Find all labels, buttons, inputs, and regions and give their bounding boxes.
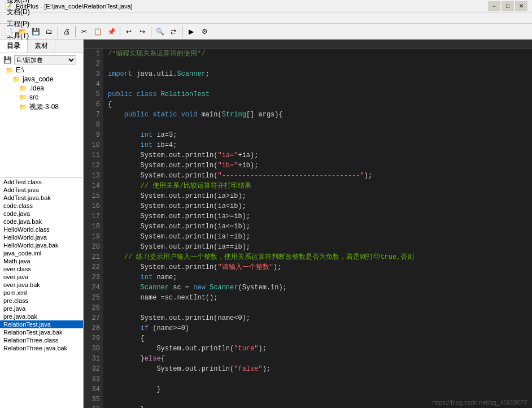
code-line: System.out.println(ia==ib); (108, 242, 527, 252)
file-item[interactable]: HelloWorld.java (0, 233, 83, 241)
line-number: 35 (87, 394, 100, 405)
sep1 (58, 26, 58, 37)
code-line: Scanner sc = new Scanner(System.in); (108, 283, 527, 293)
tree-java-code[interactable]: 📁 java_code (1, 75, 82, 84)
line-number: 2 (87, 59, 100, 69)
file-list: AddTest.classAddTest.javaAddTest.java.ba… (0, 177, 83, 408)
code-area: ----+----1----+----2----+----3----+----4… (84, 40, 532, 408)
tab-directory[interactable]: 目录 (0, 40, 28, 53)
file-item[interactable]: AddTest.java (0, 186, 83, 194)
file-item[interactable]: pre.class (0, 297, 83, 305)
code-content[interactable]: /*编程实现关系运算符的使用*/ import java.util.Scanne… (103, 49, 532, 408)
code-line: int ia=3; (108, 130, 527, 140)
code-line: public class RelationTest (108, 89, 527, 99)
file-item[interactable]: pre.java (0, 305, 83, 312)
open-button[interactable]: 📂 (16, 25, 28, 38)
menu-item-s[interactable]: 搜索(S) (2, 0, 41, 6)
code-line (108, 59, 527, 69)
line-number: 22 (87, 262, 100, 272)
tree-src[interactable]: 📁 src (1, 93, 82, 102)
undo-button[interactable]: ↩ (123, 25, 135, 38)
line-number: 28 (87, 323, 100, 333)
code-line: System.out.println("--------------------… (108, 171, 527, 181)
code-line: import java.util.Scanner; (108, 69, 527, 79)
panel-tabs: 目录 素材 (0, 40, 83, 53)
file-item[interactable]: java_code.iml (0, 249, 83, 257)
ruler: ----+----1----+----2----+----3----+----4… (84, 40, 532, 49)
code-line (108, 79, 527, 89)
line-number: 34 (87, 384, 100, 394)
file-item[interactable]: over.class (0, 265, 83, 273)
file-item[interactable]: Math.java (0, 257, 83, 265)
tree-label: 视频-3-08 (29, 102, 59, 112)
code-line: /*编程实现关系运算符的使用*/ (108, 49, 527, 59)
file-item[interactable]: code.class (0, 202, 83, 210)
file-item[interactable]: AddTest.java.bak (0, 194, 83, 202)
cut-button[interactable]: ✂ (78, 25, 90, 38)
maximize-button[interactable]: □ (502, 1, 514, 11)
code-line (108, 374, 527, 384)
tree-label: E:\ (16, 66, 24, 74)
code-line: System.out.println("ib="+ib); (108, 160, 527, 171)
save-all-button[interactable]: 🗂 (43, 25, 55, 38)
file-item[interactable]: RelationTest.java (0, 320, 83, 328)
tree-label: .idea (29, 84, 44, 92)
window-controls: － □ ✕ (488, 1, 527, 11)
file-item[interactable]: pre.java.bak (0, 312, 83, 320)
replace-button[interactable]: ⇄ (167, 25, 180, 38)
file-item[interactable]: RelationTest.java.bak (0, 328, 83, 336)
code-line: System.out.println(ia>ib); (108, 191, 527, 201)
line-number: 26 (87, 303, 100, 313)
minimize-button[interactable]: － (488, 1, 500, 11)
code-line: System.out.println(ia!=ib); (108, 232, 527, 242)
copy-button[interactable]: 📋 (91, 25, 104, 38)
tree-e-drive[interactable]: 📁 E:\ (1, 66, 82, 75)
drive-select[interactable]: E:\新加卷 (14, 55, 76, 64)
left-panel: 目录 素材 💾 E:\新加卷 📁 E:\ 📁 java_code 📁 .idea (0, 40, 84, 408)
close-button[interactable]: ✕ (515, 1, 527, 11)
file-item[interactable]: pom.xml (0, 289, 83, 297)
run-button[interactable]: ▶ (185, 25, 197, 38)
line-number: 18 (87, 222, 100, 232)
line-number: 5 (87, 89, 100, 99)
file-item[interactable]: HelloWorld.java.bak (0, 241, 83, 249)
file-item[interactable]: code.java (0, 210, 83, 218)
paste-button[interactable]: 📌 (105, 25, 117, 38)
file-item[interactable]: RelationThree.class (0, 336, 83, 344)
toolbar: 📄 📂 💾 🗂 🖨 ✂ 📋 📌 ↩ ↪ 🔍 ⇄ ▶ ⚙ (0, 24, 532, 40)
tree-label: src (29, 93, 38, 101)
sep3 (120, 26, 120, 37)
save-button[interactable]: 💾 (29, 25, 42, 38)
new-button[interactable]: 📄 (2, 25, 15, 38)
folder-icon: 📁 (6, 67, 14, 74)
code-line: // 练习提示用户输入一个整数，使用关系运算符判断改整数是否为负数，若是则打印t… (108, 252, 527, 262)
file-item[interactable]: RelationThree.java.bak (0, 344, 83, 352)
tab-material[interactable]: 素材 (28, 40, 55, 53)
line-number: 20 (87, 242, 100, 252)
print-button[interactable]: 🖨 (60, 25, 73, 38)
redo-button[interactable]: ↪ (136, 25, 149, 38)
folder-icon: 📁 (12, 76, 20, 83)
file-item[interactable]: HelloWorld.class (0, 225, 83, 233)
tree-videos[interactable]: 📁 视频-3-08 (1, 102, 82, 112)
watermark: https://blog.csdn.net/qq_45658077 (432, 399, 527, 406)
code-line: } (108, 384, 527, 394)
code-line: int ib=4; (108, 140, 527, 150)
drive-selector[interactable]: 💾 E:\新加卷 (1, 54, 82, 66)
line-number: 19 (87, 232, 100, 242)
line-number: 7 (87, 110, 100, 120)
file-item[interactable]: code.java.bak (0, 218, 83, 225)
find-button[interactable]: 🔍 (154, 25, 166, 38)
compile-button[interactable]: ⚙ (198, 25, 211, 38)
line-number: 4 (87, 79, 100, 89)
code-line: System.out.println("ture"); (108, 344, 527, 354)
file-item[interactable]: over.java.bak (0, 281, 83, 289)
file-item[interactable]: over.java (0, 273, 83, 281)
code-container[interactable]: 1234567891011121314151617181920212223242… (84, 49, 532, 408)
line-number: 12 (87, 160, 100, 171)
menu-item-d[interactable]: 文档(D) (2, 6, 41, 18)
tree-idea[interactable]: 📁 .idea (1, 84, 82, 93)
line-number: 27 (87, 313, 100, 323)
line-number: 11 (87, 150, 100, 160)
file-item[interactable]: AddTest.class (0, 178, 83, 186)
